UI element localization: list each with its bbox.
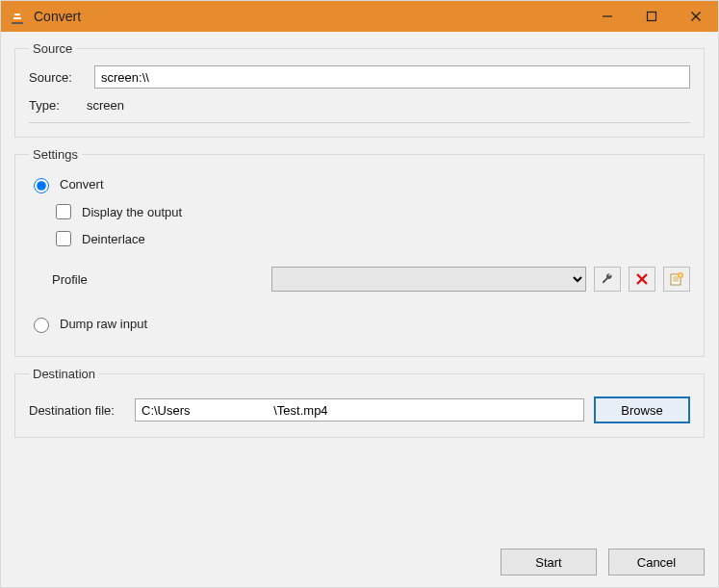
display-output-checkbox[interactable] <box>56 204 71 219</box>
window-title: Convert <box>34 9 81 24</box>
convert-radio[interactable] <box>34 178 49 193</box>
minimize-button[interactable] <box>585 1 629 32</box>
x-icon <box>635 272 649 286</box>
dump-raw-radio[interactable] <box>34 318 49 333</box>
start-button[interactable]: Start <box>501 549 597 575</box>
edit-profile-button[interactable] <box>594 267 621 292</box>
profile-label: Profile <box>52 272 264 287</box>
deinterlace-checkbox[interactable] <box>56 231 71 246</box>
client-area: Source Source: Type: screen Settings Con… <box>1 32 718 587</box>
destination-file-label: Destination file: <box>29 403 125 418</box>
titlebar: Convert <box>1 1 718 32</box>
profile-select[interactable] <box>271 267 586 292</box>
destination-file-input[interactable] <box>135 398 584 422</box>
source-label: Source: <box>29 70 85 85</box>
svg-rect-3 <box>12 22 23 24</box>
svg-marker-0 <box>13 10 22 23</box>
delete-profile-button[interactable] <box>629 267 655 292</box>
dialog-footer: Start Cancel <box>14 539 705 575</box>
source-group: Source Source: Type: screen <box>14 41 705 138</box>
source-input[interactable] <box>94 65 690 89</box>
svg-rect-5 <box>648 13 656 21</box>
vlc-cone-icon <box>9 8 26 25</box>
type-value: screen <box>87 98 124 113</box>
maximize-button[interactable] <box>629 1 674 32</box>
source-legend: Source <box>29 41 76 56</box>
browse-button[interactable]: Browse <box>594 396 690 423</box>
svg-rect-1 <box>14 13 20 15</box>
source-divider <box>29 122 690 123</box>
convert-radio-label: Convert <box>60 177 104 192</box>
convert-dialog: Convert Source Source: Type: screen <box>0 0 719 588</box>
dump-raw-label: Dump raw input <box>60 317 147 331</box>
cancel-button[interactable]: Cancel <box>608 549 705 575</box>
display-output-label: Display the output <box>82 205 182 219</box>
wrench-icon <box>600 271 615 287</box>
settings-legend: Settings <box>29 147 82 162</box>
close-button[interactable] <box>674 1 718 32</box>
deinterlace-label: Deinterlace <box>82 232 145 246</box>
new-profile-icon <box>669 271 684 287</box>
new-profile-button[interactable] <box>663 267 690 292</box>
destination-group: Destination Destination file: Browse <box>14 367 705 438</box>
svg-rect-2 <box>13 17 21 19</box>
destination-legend: Destination <box>29 367 99 381</box>
type-label: Type: <box>29 98 77 113</box>
settings-group: Settings Convert Display the output Dein… <box>14 147 705 357</box>
